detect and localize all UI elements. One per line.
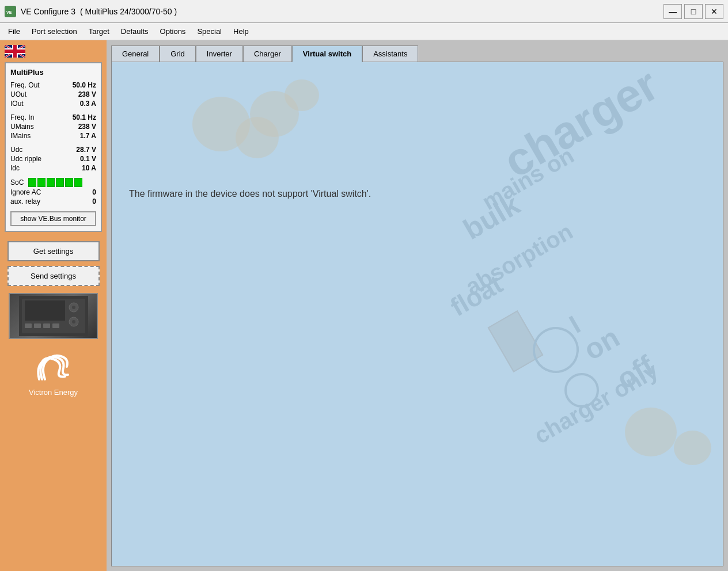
wm-fruit-6 bbox=[674, 431, 711, 465]
main-layout: MultiPlus Freq. Out 50.0 Hz UOut 238 V I… bbox=[0, 40, 728, 571]
umains-value: 238 V bbox=[78, 123, 96, 131]
logo-text: Victron Energy bbox=[29, 388, 78, 397]
aux-relay-label: aux. relay bbox=[10, 197, 40, 205]
title-bar: VE VE Configure 3 ( MultiPlus 24/3000/70… bbox=[0, 0, 728, 23]
thumbnail-inner bbox=[10, 294, 97, 338]
udc-value: 28.7 V bbox=[76, 146, 96, 154]
udc-ripple-label: Udc ripple bbox=[10, 155, 41, 163]
sidebar: MultiPlus Freq. Out 50.0 Hz UOut 238 V I… bbox=[0, 40, 107, 571]
freq-in-label: Freq. In bbox=[10, 113, 34, 121]
soc-seg-6 bbox=[74, 178, 82, 187]
sidebar-buttons: Get settings Send settings bbox=[5, 241, 102, 339]
svg-point-18 bbox=[72, 320, 75, 323]
soc-seg-4 bbox=[56, 178, 64, 187]
uout-label: UOut bbox=[10, 90, 26, 98]
show-ve-bus-monitor-button[interactable]: show VE.Bus monitor bbox=[10, 211, 96, 226]
metric-umains: UMains 238 V bbox=[10, 123, 96, 131]
iout-label: IOut bbox=[10, 100, 24, 108]
ignore-ac-value: 0 bbox=[92, 188, 96, 196]
uout-value: 238 V bbox=[78, 90, 96, 98]
imains-label: IMains bbox=[10, 132, 31, 140]
maximize-button[interactable]: □ bbox=[684, 4, 703, 19]
svg-text:VE: VE bbox=[6, 10, 12, 14]
metric-udc-ripple: Udc ripple 0.1 V bbox=[10, 155, 96, 163]
get-settings-button[interactable]: Get settings bbox=[7, 241, 100, 261]
udc-ripple-value: 0.1 V bbox=[80, 155, 96, 163]
svg-rect-19 bbox=[25, 323, 32, 328]
freq-out-label: Freq. Out bbox=[10, 81, 40, 89]
content-area: General Grid Inverter Charger Virtual sw… bbox=[107, 40, 728, 571]
minimize-button[interactable]: — bbox=[663, 4, 682, 19]
idc-label: Idc bbox=[10, 164, 20, 172]
soc-row: SoC bbox=[10, 178, 96, 187]
svg-rect-20 bbox=[34, 323, 41, 328]
metric-freq-out: Freq. Out 50.0 Hz bbox=[10, 81, 96, 89]
tab-content-virtual-switch: charger mains on bulk absorption float I… bbox=[111, 62, 723, 566]
ignore-ac-label: Ignore AC bbox=[10, 188, 41, 196]
metric-iout: IOut 0.3 A bbox=[10, 100, 96, 108]
monitor-title: MultiPlus bbox=[10, 68, 96, 77]
monitor-panel: MultiPlus Freq. Out 50.0 Hz UOut 238 V I… bbox=[5, 62, 102, 232]
tab-bar: General Grid Inverter Charger Virtual sw… bbox=[111, 45, 723, 62]
soc-seg-5 bbox=[65, 178, 73, 187]
wm-fruit-4 bbox=[285, 79, 319, 111]
imains-value: 1.7 A bbox=[80, 132, 96, 140]
metric-uout: UOut 238 V bbox=[10, 90, 96, 98]
menu-port-selection[interactable]: Port selection bbox=[26, 25, 83, 38]
tab-inverter[interactable]: Inverter bbox=[196, 45, 243, 62]
tab-virtual-switch[interactable]: Virtual switch bbox=[292, 45, 362, 62]
umains-label: UMains bbox=[10, 123, 34, 131]
soc-bar bbox=[28, 178, 82, 187]
metric-aux-relay: aux. relay 0 bbox=[10, 197, 96, 205]
wm-fruit-5 bbox=[625, 408, 677, 456]
title-bar-left: VE VE Configure 3 ( MultiPlus 24/3000/70… bbox=[5, 6, 177, 17]
udc-label: Udc bbox=[10, 146, 22, 154]
svg-rect-22 bbox=[52, 323, 59, 328]
svg-rect-21 bbox=[43, 323, 50, 328]
logo-symbol bbox=[29, 351, 78, 386]
tab-assistants[interactable]: Assistants bbox=[362, 45, 418, 62]
tab-charger[interactable]: Charger bbox=[243, 45, 292, 62]
svg-point-16 bbox=[72, 306, 75, 309]
iout-value: 0.3 A bbox=[80, 100, 96, 108]
tab-grid[interactable]: Grid bbox=[160, 45, 196, 62]
idc-value: 10 A bbox=[82, 164, 96, 172]
app-icon: VE bbox=[5, 6, 16, 17]
metric-udc: Udc 28.7 V bbox=[10, 146, 96, 154]
send-settings-button[interactable]: Send settings bbox=[7, 266, 100, 286]
svg-rect-14 bbox=[25, 300, 65, 321]
wm-on-text: on bbox=[578, 321, 625, 367]
menu-bar: File Port selection Target Defaults Opti… bbox=[0, 23, 728, 40]
menu-help[interactable]: Help bbox=[227, 25, 255, 38]
menu-defaults[interactable]: Defaults bbox=[115, 25, 154, 38]
app-subtitle: ( MultiPlus 24/3000/70-50 ) bbox=[80, 7, 177, 16]
close-button[interactable]: ✕ bbox=[705, 4, 723, 19]
soc-seg-3 bbox=[47, 178, 55, 187]
menu-options[interactable]: Options bbox=[154, 25, 192, 38]
menu-file[interactable]: File bbox=[2, 25, 26, 38]
metric-imains: IMains 1.7 A bbox=[10, 132, 96, 140]
menu-special[interactable]: Special bbox=[191, 25, 227, 38]
app-title: VE Configure 3 bbox=[21, 7, 75, 16]
flag-icon bbox=[5, 45, 25, 58]
freq-out-value: 50.0 Hz bbox=[73, 81, 96, 89]
window-controls: — □ ✕ bbox=[663, 4, 723, 19]
soc-label: SoC bbox=[10, 178, 24, 186]
metric-idc: Idc 10 A bbox=[10, 164, 96, 172]
metric-ignore-ac: Ignore AC 0 bbox=[10, 188, 96, 196]
metric-freq-in: Freq. In 50.1 Hz bbox=[10, 113, 96, 121]
device-thumbnail bbox=[9, 293, 98, 339]
soc-seg-1 bbox=[28, 178, 36, 187]
firmware-message: The firmware in the device does not supp… bbox=[123, 189, 711, 199]
menu-target[interactable]: Target bbox=[83, 25, 115, 38]
soc-seg-2 bbox=[37, 178, 46, 187]
victron-logo: Victron Energy bbox=[29, 351, 78, 406]
watermark-area: charger mains on bulk absorption float I… bbox=[112, 62, 723, 566]
freq-in-value: 50.1 Hz bbox=[73, 113, 96, 121]
firmware-message-text: The firmware in the device does not supp… bbox=[129, 189, 371, 199]
svg-rect-11 bbox=[5, 50, 25, 53]
tab-general[interactable]: General bbox=[111, 45, 160, 62]
aux-relay-value: 0 bbox=[92, 197, 96, 205]
